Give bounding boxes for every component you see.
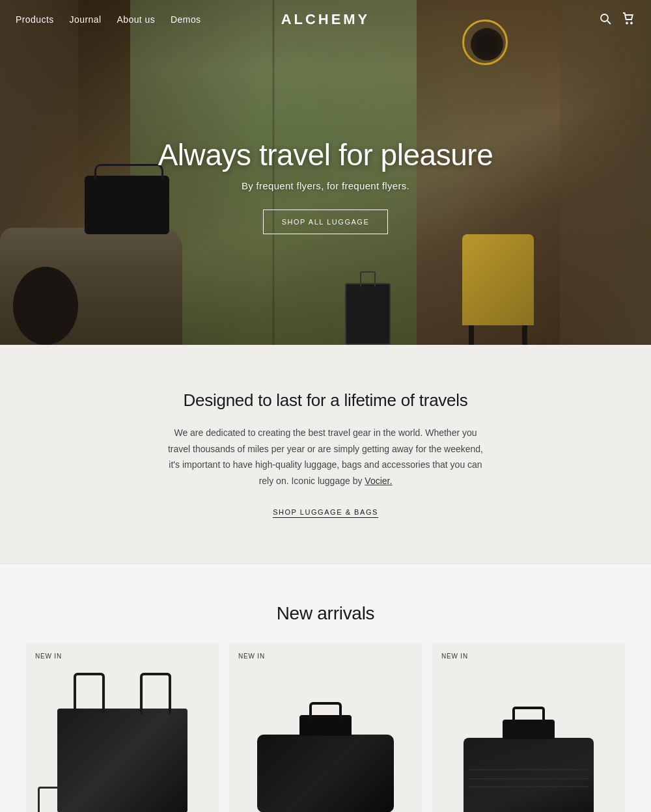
- mid-section: Designed to last for a lifetime of trave…: [0, 345, 651, 563]
- bag-strap: [38, 787, 57, 812]
- nav-about[interactable]: About us: [117, 14, 155, 25]
- new-in-badge-2: NEW IN: [238, 653, 265, 660]
- svg-line-1: [607, 21, 611, 24]
- nav-journal[interactable]: Journal: [70, 14, 102, 25]
- arrivals-section: New arrivals NEW IN NEW IN NEW IN: [0, 564, 651, 812]
- hero-section: Products Journal About us Demos ALCHEMY: [0, 0, 651, 345]
- bag-handle: [309, 702, 342, 720]
- bag-detail-1: [469, 778, 589, 779]
- svg-point-0: [601, 14, 608, 21]
- product-card-1[interactable]: NEW IN: [26, 643, 219, 812]
- nav-right-icons: [599, 12, 635, 27]
- new-in-badge-3: NEW IN: [441, 653, 468, 660]
- svg-point-2: [626, 22, 628, 23]
- nav-demos[interactable]: Demos: [171, 14, 201, 25]
- mid-body: We are dedicated to creating the best tr…: [163, 425, 488, 489]
- arrivals-title: New arrivals: [26, 603, 625, 624]
- mid-title: Designed to last for a lifetime of trave…: [91, 390, 560, 411]
- hero-cta-button[interactable]: SHOP ALL LUGGAGE: [263, 210, 389, 234]
- bag-detail-2: [469, 786, 589, 787]
- new-in-badge-1: NEW IN: [35, 653, 62, 660]
- hero-content: Always travel for pleasure By frequent f…: [0, 26, 651, 345]
- vocier-link[interactable]: Vocier.: [365, 476, 392, 486]
- mid-cta-button[interactable]: SHOP LUGGAGE & BAGS: [273, 508, 378, 518]
- hero-title: Always travel for pleasure: [158, 137, 493, 172]
- navbar: Products Journal About us Demos ALCHEMY: [0, 0, 651, 39]
- svg-point-3: [631, 22, 632, 23]
- weekender-handle: [512, 707, 545, 723]
- search-icon[interactable]: [599, 12, 612, 27]
- nav-left-links: Products Journal About us Demos: [16, 14, 201, 25]
- product-image-2: [243, 709, 408, 812]
- nav-products[interactable]: Products: [16, 14, 54, 25]
- hero-subtitle: By frequent flyers, for frequent flyers.: [242, 180, 409, 191]
- product-image-1: [40, 709, 204, 812]
- duffel-bag: [257, 735, 394, 812]
- product-image-3: [447, 709, 611, 812]
- product-card-3[interactable]: NEW IN: [432, 643, 625, 812]
- cart-icon[interactable]: [622, 12, 635, 27]
- nav-brand[interactable]: ALCHEMY: [281, 11, 370, 28]
- weekender-bag: [464, 738, 594, 812]
- product-card-2[interactable]: NEW IN: [229, 643, 422, 812]
- brand-name: ALCHEMY: [281, 11, 370, 27]
- tote-bag: [57, 709, 187, 812]
- bag-detail-3: [469, 769, 589, 770]
- arrivals-grid: NEW IN NEW IN NEW IN: [26, 643, 625, 812]
